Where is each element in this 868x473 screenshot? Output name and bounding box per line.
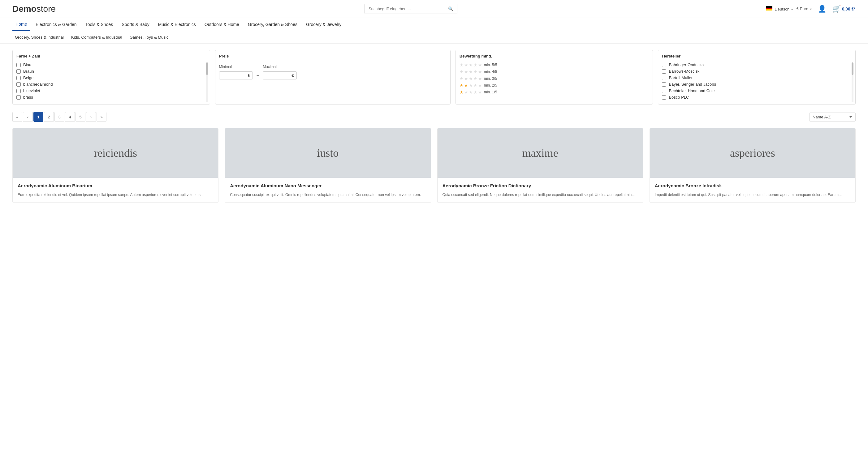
pagination-page-5[interactable]: 5 [75,112,85,122]
price-max-input[interactable] [266,73,290,78]
nav-home[interactable]: Home [12,18,30,31]
list-item: Beige [17,74,206,81]
pagination-first[interactable]: « [12,112,22,122]
price-separator: – [256,73,259,79]
product-card-2[interactable]: maxime Aerodynamic Bronze Friction Dicti… [437,128,643,203]
color-blueviolet-label: blueviolet [23,89,40,93]
header-right: Deutsch ▾ € Euro ▾ 👤 🛒 0,00 €* [766,5,856,13]
product-info-1: Aerodynamic Aluminum Nano Messenger Cons… [225,178,430,202]
main-content: Farbe + Zahl Blau Braun Beige blanchedal… [0,43,868,209]
product-info-3: Aerodynamic Bronze Intradisk Impedit del… [650,178,855,202]
pagination-page-2[interactable]: 2 [44,112,54,122]
mfr-5-label: Bechtelar, Hand and Cole [669,89,714,93]
mfr-2-checkbox[interactable] [662,69,666,74]
product-card-1[interactable]: iusto Aerodynamic Aluminum Nano Messenge… [225,128,431,203]
list-item[interactable]: ★★★★★ min. 3/5 [460,75,649,82]
color-beige-label: Beige [23,75,33,80]
product-title-3: Aerodynamic Bronze Intradisk [655,183,850,189]
product-title-0: Aerodynamic Aluminum Binarium [18,183,213,189]
sort-select[interactable]: Name A-Z Name Z-A Preis aufsteigend Prei… [809,112,856,122]
product-image-0: reiciendis [13,128,218,178]
nav-grocery-shoes-industrial[interactable]: Grocery, Shoes & Industrial [12,34,66,41]
pagination-page-3[interactable]: 3 [55,112,64,122]
nav-grocery-garden-shoes[interactable]: Grocery, Garden & Shoes [245,18,301,31]
language-selector[interactable]: Deutsch ▾ [766,6,793,11]
color-filter-scroll[interactable]: Blau Braun Beige blanchedalmond blueviol… [17,62,206,100]
color-beige-checkbox[interactable] [17,76,21,80]
star: ★ [464,69,468,74]
color-blanchedalmond-checkbox[interactable] [17,82,21,87]
color-blau-checkbox[interactable] [17,63,21,67]
color-blueviolet-checkbox[interactable] [17,89,21,93]
pagination-next[interactable]: › [86,112,96,122]
product-image-2: maxime [438,128,643,178]
price-min-currency: € [248,73,250,78]
nav-kids-computers-industrial[interactable]: Kids, Computers & Industrial [69,34,125,41]
list-item: Barrows-Mosciski [662,68,851,74]
price-inputs: Minimal € – Maximal € [219,65,446,79]
price-filter: Preis Minimal € – Maximal € [215,50,451,104]
nav-grocery-jewelry[interactable]: Grocery & Jewelry [303,18,344,31]
product-title-2: Aerodynamic Bronze Friction Dictionary [442,183,638,189]
currency-selector[interactable]: € Euro ▾ [797,6,812,11]
nav-music-electronics[interactable]: Music & Electronics [155,18,199,31]
list-item: Bayer, Senger and Jacobs [662,81,851,88]
star: ★ [460,69,464,74]
product-card-0[interactable]: reiciendis Aerodynamic Aluminum Binarium… [12,128,218,203]
color-braun-checkbox[interactable] [17,69,21,74]
star: ★ [478,90,482,95]
mfr-4-checkbox[interactable] [662,82,666,87]
search-input[interactable] [365,4,444,13]
manufacturer-filter-scroll[interactable]: Bahringer-Ondricka Barrows-Mosciski Bart… [662,62,851,100]
search-bar: 🔍 [365,4,457,14]
star: ★ [473,90,477,95]
star: ★ [469,69,473,74]
list-item: Bosco PLC [662,94,851,100]
mfr-6-checkbox[interactable] [662,95,666,100]
list-item[interactable]: ★★★★★ min. 1/5 [460,89,649,96]
rating-3-label: min. 3/5 [484,76,497,81]
price-max-col: Maximal € [263,65,297,79]
nav-games-toys-music[interactable]: Games, Toys & Music [127,34,171,41]
price-max-wrap: € [263,71,297,79]
product-info-2: Aerodynamic Bronze Friction Dictionary Q… [438,178,643,202]
user-icon[interactable]: 👤 [818,5,826,13]
color-blau-label: Blau [23,62,31,67]
mfr-3-label: Bartell-Muller [669,75,692,80]
color-brass-checkbox[interactable] [17,95,21,100]
nav-electronics-garden[interactable]: Electronics & Garden [32,18,80,31]
nav-sports-baby[interactable]: Sports & Baby [119,18,153,31]
search-button[interactable]: 🔍 [444,4,457,13]
pagination-prev[interactable]: ‹ [23,112,33,122]
product-image-text-3: asperiores [730,146,775,160]
nav-tools-shoes[interactable]: Tools & Shoes [82,18,116,31]
product-card-3[interactable]: asperiores Aerodynamic Bronze Intradisk … [650,128,856,203]
stars-4: ★★★★★ [460,69,482,74]
list-item: blanchedalmond [17,81,206,88]
mfr-1-checkbox[interactable] [662,63,666,67]
logo-demo: Demo [12,4,36,13]
mfr-4-label: Bayer, Senger and Jacobs [669,82,716,87]
list-item[interactable]: ★★★★★ min. 4/5 [460,68,649,75]
pagination-page-1[interactable]: 1 [33,112,43,122]
rating-5-label: min. 5/5 [484,63,497,67]
pagination-page-4[interactable]: 4 [65,112,75,122]
price-filter-title: Preis [219,54,446,59]
list-item[interactable]: ★★★★★ min. 2/5 [460,82,649,89]
price-min-wrap: € [219,71,253,79]
product-desc-2: Quia occaecati sed eligendi. Neque dolor… [442,192,638,198]
list-item[interactable]: ★★★★★ min. 5/5 [460,62,649,68]
pagination-last[interactable]: » [97,112,106,122]
star: ★ [478,76,482,81]
list-item: Braun [17,68,206,74]
price-min-input[interactable] [222,73,247,78]
mfr-5-checkbox[interactable] [662,89,666,93]
mfr-3-checkbox[interactable] [662,76,666,80]
list-item: Bahringer-Ondricka [662,62,851,68]
product-image-text-0: reiciendis [94,146,137,160]
color-filter-list: Blau Braun Beige blanchedalmond blueviol… [17,62,206,100]
cart-icon[interactable]: 🛒 0,00 €* [832,5,856,13]
logo[interactable]: Demostore [12,4,56,14]
nav-outdoors-home[interactable]: Outdoors & Home [202,18,242,31]
star: ★ [460,76,464,81]
